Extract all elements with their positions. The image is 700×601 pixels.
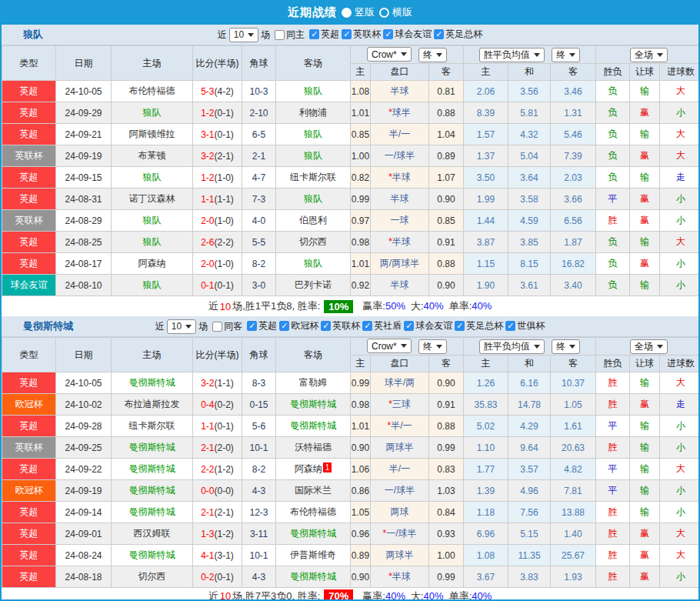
away-team[interactable]: 纽卡斯尔联 bbox=[276, 167, 351, 189]
checkbox-checked-icon[interactable] bbox=[309, 29, 319, 39]
filter-bar: 近 10 场 同客 英超欧冠杯英联杯英社盾球会友谊英足总杯世俱杯 bbox=[155, 319, 545, 334]
away-team[interactable]: 狼队 bbox=[276, 81, 351, 102]
checkbox-checked-icon[interactable] bbox=[455, 321, 465, 331]
corner-score: 7-3 bbox=[242, 189, 276, 210]
odds-time-select[interactable]: 终 bbox=[418, 339, 447, 354]
sub-col-goals: 进球数 bbox=[660, 64, 700, 81]
mean-away-odds: 16.82 bbox=[551, 253, 596, 275]
scope-select[interactable]: 全场 bbox=[630, 339, 668, 354]
home-team[interactable]: 狼队 bbox=[112, 275, 193, 296]
home-team[interactable]: 西汉姆联 bbox=[112, 523, 193, 545]
away-team[interactable]: 阿森纳1 bbox=[276, 459, 351, 480]
checkbox-checked-icon[interactable] bbox=[321, 321, 331, 331]
mean-time-select[interactable]: 终 bbox=[552, 48, 580, 62]
away-team[interactable]: 沃特福德 bbox=[276, 437, 351, 459]
match-date: 24-08-31 bbox=[56, 189, 112, 210]
same-venue-checkbox[interactable]: 同主 bbox=[275, 28, 305, 42]
odds-home: 0.97 bbox=[351, 210, 371, 232]
away-team[interactable]: 狼队 bbox=[276, 145, 351, 167]
away-team[interactable]: 巴列卡诺 bbox=[276, 275, 351, 296]
home-team[interactable]: 曼彻斯特城 bbox=[112, 502, 193, 523]
away-team[interactable]: 切尔西 bbox=[276, 232, 351, 253]
scope-select[interactable]: 全场 bbox=[630, 48, 668, 62]
team-name[interactable]: 曼彻斯特城 bbox=[23, 319, 73, 333]
team-name[interactable]: 狼队 bbox=[23, 28, 43, 42]
checkbox-checked-icon[interactable] bbox=[404, 321, 414, 331]
away-team[interactable]: 曼彻斯特城 bbox=[276, 523, 351, 545]
away-team[interactable]: 伊普斯维奇 bbox=[276, 545, 351, 566]
league-filter-checkbox[interactable]: 英社盾 bbox=[362, 319, 402, 332]
league-filter-checkbox[interactable]: 球会友谊 bbox=[404, 319, 452, 332]
home-team[interactable]: 狼队 bbox=[112, 210, 193, 232]
handicap-line: 一球 bbox=[371, 210, 429, 232]
bookmaker-select[interactable]: Crow* bbox=[367, 339, 412, 353]
home-team[interactable]: 阿森纳 bbox=[112, 253, 193, 275]
home-team[interactable]: 曼彻斯特城 bbox=[112, 459, 193, 480]
team-section-mancity: 曼彻斯特城 近 10 场 同客 英超欧冠杯英联杯英社盾球会友谊英足总杯世俱杯 类… bbox=[2, 316, 698, 601]
league-filter-checkbox[interactable]: 球会友谊 bbox=[383, 28, 432, 41]
away-team[interactable]: 利物浦 bbox=[276, 102, 351, 124]
home-team[interactable]: 切尔西 bbox=[112, 566, 193, 588]
checkbox-checked-icon[interactable] bbox=[247, 321, 257, 331]
away-team[interactable]: 布伦特福德 bbox=[276, 502, 351, 523]
home-team[interactable]: 布拉迪斯拉发 bbox=[112, 394, 193, 416]
mean-time-select[interactable]: 终 bbox=[552, 339, 580, 354]
result-handicap: 赢 bbox=[630, 253, 660, 275]
same-venue-checkbox[interactable]: 同客 bbox=[212, 320, 242, 333]
away-team[interactable]: 富勒姆 bbox=[276, 372, 351, 394]
league-type-badge: 英联杯 bbox=[2, 437, 56, 459]
league-filter-checkbox[interactable]: 英联杯 bbox=[342, 28, 381, 41]
home-team[interactable]: 狼队 bbox=[112, 232, 193, 253]
layout-option-horizontal[interactable]: 横版 bbox=[379, 5, 412, 19]
checkbox-checked-icon[interactable] bbox=[505, 321, 515, 331]
home-team[interactable]: 阿斯顿维拉 bbox=[112, 124, 193, 145]
league-filter-checkbox[interactable]: 英超 bbox=[247, 319, 277, 332]
radio-unselected-icon[interactable] bbox=[379, 8, 389, 18]
away-team[interactable]: 狼队 bbox=[276, 253, 351, 275]
home-team[interactable]: 曼彻斯特城 bbox=[112, 480, 193, 502]
bookmaker-select[interactable]: Crow* bbox=[367, 47, 412, 62]
home-team[interactable]: 狼队 bbox=[112, 167, 193, 189]
home-team[interactable]: 狼队 bbox=[112, 102, 193, 124]
league-filter-checkbox[interactable]: 英足总杯 bbox=[455, 319, 503, 332]
corner-score: 6-5 bbox=[242, 124, 276, 145]
radio-selected-icon[interactable] bbox=[342, 8, 352, 18]
result-goals: 大 bbox=[660, 124, 700, 145]
checkbox-unchecked-icon[interactable] bbox=[212, 322, 222, 332]
checkbox-unchecked-icon[interactable] bbox=[275, 30, 285, 40]
league-filter-checkbox[interactable]: 英超 bbox=[309, 28, 339, 41]
checkbox-checked-icon[interactable] bbox=[383, 29, 393, 39]
home-team[interactable]: 曼彻斯特城 bbox=[112, 372, 193, 394]
checkbox-checked-icon[interactable] bbox=[434, 29, 444, 39]
checkbox-checked-icon[interactable] bbox=[279, 321, 289, 331]
odds-time-select[interactable]: 终 bbox=[418, 48, 447, 62]
league-filter-checkbox[interactable]: 世俱杯 bbox=[505, 319, 545, 332]
league-filter-checkbox[interactable]: 英足总杯 bbox=[434, 28, 482, 41]
away-team[interactable]: 狼队 bbox=[276, 189, 351, 210]
home-team[interactable]: 布莱顿 bbox=[112, 145, 193, 167]
away-team[interactable]: 曼彻斯特城 bbox=[276, 416, 351, 437]
layout-option-vertical[interactable]: 竖版 bbox=[342, 5, 375, 19]
home-team[interactable]: 曼彻斯特城 bbox=[112, 545, 193, 566]
away-team[interactable]: 伯恩利 bbox=[276, 210, 351, 232]
corner-score: 2-10 bbox=[242, 102, 276, 124]
match-count-select[interactable]: 10 bbox=[167, 319, 196, 334]
odds-home: 0.98 bbox=[351, 232, 371, 253]
away-team[interactable]: 狼队 bbox=[276, 124, 351, 145]
checkbox-checked-icon[interactable] bbox=[362, 321, 372, 331]
league-filter-checkbox[interactable]: 英联杯 bbox=[321, 319, 360, 332]
home-team[interactable]: 布伦特福德 bbox=[112, 81, 193, 102]
away-team[interactable]: 国际米兰 bbox=[276, 480, 351, 502]
away-team[interactable]: 曼彻斯特城 bbox=[276, 566, 351, 588]
away-team[interactable]: 曼彻斯特城 bbox=[276, 394, 351, 416]
checkbox-checked-icon[interactable] bbox=[342, 29, 352, 39]
mean-odds-select[interactable]: 胜平负均值 bbox=[479, 339, 545, 354]
home-team[interactable]: 诺丁汉森林 bbox=[112, 189, 193, 210]
league-type-badge: 英超 bbox=[2, 459, 56, 480]
mean-odds-select[interactable]: 胜平负均值 bbox=[479, 48, 545, 62]
league-filter-checkbox[interactable]: 欧冠杯 bbox=[279, 319, 318, 332]
home-team[interactable]: 纽卡斯尔联 bbox=[112, 416, 193, 437]
match-count-select[interactable]: 10 bbox=[229, 28, 258, 42]
home-team[interactable]: 曼彻斯特城 bbox=[112, 437, 193, 459]
corner-score: 10-1 bbox=[242, 437, 276, 459]
